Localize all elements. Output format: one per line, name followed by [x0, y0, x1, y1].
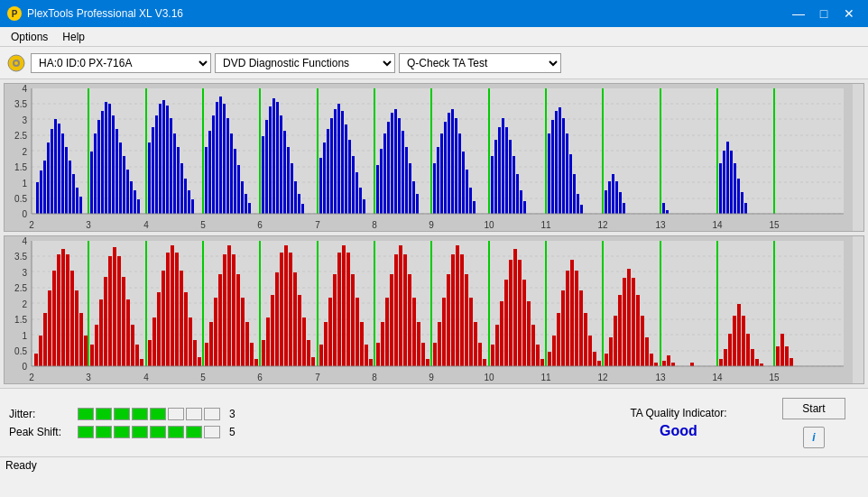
svg-text:7: 7 — [315, 220, 320, 230]
svg-rect-150 — [505, 127, 508, 214]
svg-rect-114 — [348, 140, 351, 214]
svg-rect-129 — [409, 163, 411, 214]
svg-rect-352 — [605, 354, 608, 366]
svg-rect-305 — [399, 245, 402, 366]
svg-rect-178 — [719, 163, 722, 214]
svg-rect-283 — [302, 318, 306, 366]
maximize-button[interactable]: □ — [812, 5, 836, 23]
svg-rect-89 — [241, 181, 244, 214]
svg-rect-148 — [498, 127, 501, 214]
svg-rect-50 — [90, 152, 93, 214]
svg-text:3.5: 3.5 — [14, 99, 27, 109]
peak-shift-row: Peak Shift: 5 — [9, 426, 588, 438]
svg-rect-358 — [632, 278, 635, 366]
minimize-button[interactable]: — — [787, 5, 810, 23]
svg-rect-277 — [275, 272, 279, 366]
menu-options[interactable]: Options — [4, 29, 55, 45]
svg-rect-82 — [216, 102, 218, 214]
svg-rect-142 — [466, 170, 468, 214]
charts-container: 4 3.5 3 2.5 2 1.5 1 0.5 0 2 3 4 5 6 7 8 … — [0, 79, 868, 388]
svg-rect-162 — [566, 133, 568, 214]
svg-text:0.5: 0.5 — [14, 194, 27, 204]
svg-rect-170 — [612, 174, 614, 214]
svg-rect-251 — [162, 271, 165, 366]
svg-text:8: 8 — [372, 373, 377, 382]
app-icon: P — [7, 6, 22, 21]
test-select[interactable]: Q-Check TA Test — [399, 53, 561, 73]
svg-rect-285 — [311, 357, 315, 366]
svg-rect-348 — [588, 336, 592, 366]
svg-rect-318 — [456, 245, 459, 366]
svg-text:4: 4 — [22, 84, 27, 94]
svg-text:13: 13 — [655, 373, 666, 382]
svg-rect-255 — [180, 271, 183, 366]
svg-rect-329 — [504, 280, 508, 366]
svg-rect-313 — [433, 343, 437, 366]
info-button[interactable]: i — [803, 427, 825, 448]
jitter-seg-2 — [96, 408, 112, 420]
svg-rect-184 — [741, 192, 743, 214]
svg-rect-337 — [540, 359, 544, 366]
svg-rect-55 — [108, 104, 111, 214]
svg-rect-368 — [690, 363, 694, 366]
jitter-seg-4 — [132, 408, 148, 420]
svg-rect-133 — [433, 163, 436, 214]
toolbar: HA:0 ID:0 PX-716A DVD Diagnostic Functio… — [0, 47, 868, 79]
svg-rect-384 — [790, 358, 793, 366]
svg-rect-333 — [522, 280, 526, 366]
svg-rect-346 — [579, 290, 583, 366]
svg-rect-47 — [76, 188, 78, 214]
function-select[interactable]: DVD Diagnostic Functions — [215, 53, 395, 73]
svg-rect-343 — [566, 271, 569, 366]
svg-rect-81 — [212, 115, 215, 214]
svg-rect-74 — [180, 163, 183, 214]
svg-rect-54 — [105, 102, 107, 214]
svg-text:2: 2 — [22, 147, 27, 157]
svg-rect-179 — [723, 151, 725, 214]
svg-rect-271 — [250, 343, 254, 366]
svg-rect-45 — [69, 161, 71, 214]
svg-rect-332 — [518, 260, 522, 366]
svg-text:11: 11 — [540, 220, 551, 230]
svg-text:9: 9 — [429, 373, 434, 382]
svg-rect-328 — [500, 301, 503, 366]
ps-seg-8 — [204, 426, 220, 438]
svg-rect-116 — [356, 172, 358, 214]
svg-rect-48 — [79, 197, 82, 214]
menu-help[interactable]: Help — [55, 29, 92, 45]
svg-rect-356 — [623, 278, 626, 366]
svg-rect-229 — [66, 254, 69, 366]
svg-rect-112 — [341, 111, 344, 214]
svg-rect-269 — [241, 298, 245, 366]
svg-rect-266 — [227, 245, 231, 366]
svg-rect-345 — [575, 271, 578, 366]
svg-rect-342 — [561, 290, 565, 366]
start-button[interactable]: Start — [782, 398, 845, 419]
svg-rect-344 — [570, 260, 574, 366]
start-section: Start i — [769, 398, 859, 448]
svg-rect-347 — [584, 313, 587, 366]
svg-rect-250 — [157, 292, 161, 366]
svg-rect-71 — [170, 118, 172, 214]
svg-rect-104 — [301, 204, 304, 214]
svg-rect-362 — [650, 354, 653, 366]
svg-rect-267 — [232, 254, 235, 366]
svg-rect-80 — [208, 131, 211, 214]
ps-seg-6 — [168, 426, 184, 438]
svg-text:12: 12 — [597, 373, 608, 382]
svg-rect-111 — [337, 104, 340, 214]
drive-select[interactable]: HA:0 ID:0 PX-716A — [31, 53, 211, 73]
svg-text:6: 6 — [257, 220, 263, 230]
svg-rect-323 — [478, 343, 482, 366]
svg-rect-180 — [726, 142, 729, 214]
status-bar: Ready — [0, 456, 868, 473]
close-button[interactable]: ✕ — [837, 5, 861, 23]
svg-rect-93 — [262, 136, 264, 214]
svg-rect-301 — [381, 322, 384, 366]
svg-text:9: 9 — [429, 220, 434, 230]
svg-rect-243 — [126, 299, 130, 366]
svg-rect-149 — [502, 118, 504, 214]
svg-rect-79 — [205, 147, 208, 214]
svg-rect-296 — [360, 322, 364, 366]
svg-rect-374 — [737, 304, 741, 366]
